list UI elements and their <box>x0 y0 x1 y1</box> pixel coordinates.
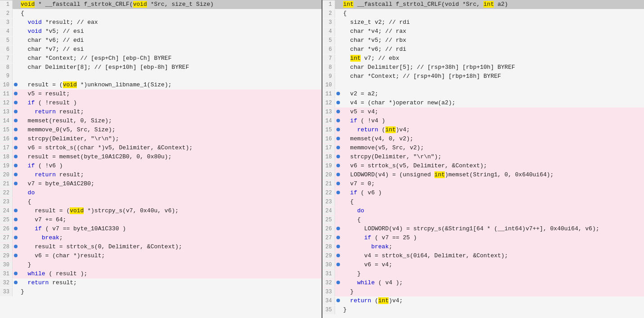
breakpoint-col[interactable] <box>13 236 19 239</box>
line-number: 31 <box>0 270 13 278</box>
breakpoint-col[interactable] <box>335 191 341 194</box>
breakpoint-col[interactable] <box>335 110 341 113</box>
line-number: 9 <box>322 72 335 81</box>
breakpoint-col[interactable] <box>335 236 341 239</box>
code-line: 12 v4 = (char *)operator new(a2); <box>322 99 644 107</box>
breakpoint-col[interactable] <box>335 173 341 176</box>
breakpoint-col[interactable] <box>335 137 341 140</box>
code-content: } <box>19 260 322 269</box>
code-line: 7 int v7; // ebx <box>322 54 644 63</box>
right-code-area[interactable]: 1int __fastcall f_strtol_CRLF(void *Src,… <box>322 0 644 318</box>
line-number: 32 <box>0 279 13 287</box>
code-line: 33 } <box>322 287 644 296</box>
code-line: 6 char *v7; // esi <box>0 45 322 54</box>
code-line: 23 { <box>322 197 644 206</box>
code-content: char *Context; // [esp+Ch] [ebp-Ch] BYRE… <box>19 54 322 63</box>
breakpoint-col[interactable] <box>13 272 19 275</box>
line-number: 27 <box>322 234 335 242</box>
breakpoint-dot <box>14 110 18 113</box>
breakpoint-dot <box>336 254 340 257</box>
breakpoint-dot <box>336 146 340 149</box>
code-content: v6 = v4; <box>341 260 644 269</box>
breakpoint-col[interactable] <box>13 182 19 185</box>
code-line: 34 return (int)v4; <box>322 296 644 305</box>
breakpoint-col[interactable] <box>335 146 341 149</box>
line-number: 25 <box>322 216 335 224</box>
line-number: 33 <box>322 288 335 296</box>
breakpoint-col[interactable] <box>13 281 19 284</box>
breakpoint-col[interactable] <box>13 101 19 104</box>
code-line: 8 char Delimiter[5]; // [rsp+38h] [rbp+1… <box>322 63 644 72</box>
code-content: return result; <box>19 107 322 116</box>
breakpoint-col[interactable] <box>335 119 341 122</box>
breakpoint-col[interactable] <box>335 227 341 230</box>
code-line: 23 { <box>0 197 322 206</box>
breakpoint-col[interactable] <box>335 245 341 248</box>
code-line: 33} <box>0 287 322 296</box>
code-content: char *v6; // edi <box>19 36 322 45</box>
breakpoint-col[interactable] <box>335 254 341 257</box>
breakpoint-col[interactable] <box>13 164 19 167</box>
line-number: 18 <box>322 153 335 161</box>
breakpoint-col[interactable] <box>335 182 341 185</box>
breakpoint-col[interactable] <box>13 83 19 86</box>
breakpoint-col[interactable] <box>13 218 19 221</box>
code-content: { <box>341 9 644 18</box>
breakpoint-col[interactable] <box>13 155 19 158</box>
breakpoint-col[interactable] <box>13 119 19 122</box>
code-line: 10 <box>322 81 644 90</box>
line-number: 29 <box>0 252 13 260</box>
breakpoint-col[interactable] <box>13 128 19 131</box>
line-number: 11 <box>322 90 335 99</box>
breakpoint-col[interactable] <box>13 173 19 176</box>
code-line: 3 void *result; // eax <box>0 18 322 27</box>
breakpoint-col[interactable] <box>335 263 341 266</box>
code-line: 11 v5 = result; <box>0 90 322 99</box>
breakpoint-col[interactable] <box>13 146 19 149</box>
code-line: 5 char *v5; // rbx <box>322 36 644 45</box>
code-line: 32 while ( v4 ); <box>322 278 644 287</box>
breakpoint-col[interactable] <box>335 92 341 95</box>
left-code-area[interactable]: 1void * __fastcall f_strtok_CRLF(void *S… <box>0 0 322 318</box>
breakpoint-col[interactable] <box>335 101 341 104</box>
breakpoint-dot <box>336 110 340 113</box>
breakpoint-col[interactable] <box>13 110 19 113</box>
breakpoint-col[interactable] <box>13 227 19 230</box>
line-number: 1 <box>0 0 13 9</box>
breakpoint-col[interactable] <box>13 137 19 140</box>
line-number: 29 <box>322 252 335 260</box>
code-content: memset(result, 0, Size); <box>19 116 322 125</box>
line-number: 12 <box>0 99 13 107</box>
breakpoint-col[interactable] <box>13 92 19 95</box>
breakpoint-col[interactable] <box>335 155 341 158</box>
code-line: 16 strcpy(Delimiter, "\r\n"); <box>0 134 322 143</box>
code-content: strcpy(Delimiter, "\r\n"); <box>341 152 644 161</box>
right-code-pane: 1int __fastcall f_strtol_CRLF(void *Src,… <box>322 0 644 318</box>
line-number: 16 <box>322 135 335 143</box>
breakpoint-dot <box>336 128 340 131</box>
breakpoint-col[interactable] <box>13 245 19 248</box>
code-line: 4 void *v5; // esi <box>0 27 322 36</box>
code-line: 28 break; <box>322 242 644 251</box>
code-content: v7 = 0; <box>341 179 644 188</box>
code-line: 18 result = memset(byte_10A1C2B0, 0, 0x8… <box>0 152 322 161</box>
code-line: 9 char *Context; // [rsp+40h] [rbp+18h] … <box>322 72 644 81</box>
left-code-pane: 1void * __fastcall f_strtok_CRLF(void *S… <box>0 0 322 318</box>
code-content: char Delimiter[8]; // [esp+10h] [ebp-8h]… <box>19 63 322 72</box>
breakpoint-col[interactable] <box>335 299 341 302</box>
breakpoint-col[interactable] <box>13 209 19 212</box>
line-number: 13 <box>0 108 13 116</box>
breakpoint-dot <box>14 254 18 257</box>
breakpoint-col[interactable] <box>335 128 341 131</box>
code-content: v5 = result; <box>19 90 322 98</box>
breakpoint-dot <box>14 119 18 122</box>
breakpoint-col[interactable] <box>13 254 19 257</box>
code-content: v6 = (char *)result; <box>19 251 322 260</box>
breakpoint-dot <box>14 272 18 275</box>
line-number: 21 <box>322 180 335 188</box>
line-number: 22 <box>322 189 335 197</box>
breakpoint-col[interactable] <box>335 281 341 284</box>
code-line: 15 memmove_0(v5, Src, Size); <box>0 125 322 134</box>
code-line: 9 <box>0 72 322 81</box>
breakpoint-col[interactable] <box>335 164 341 167</box>
